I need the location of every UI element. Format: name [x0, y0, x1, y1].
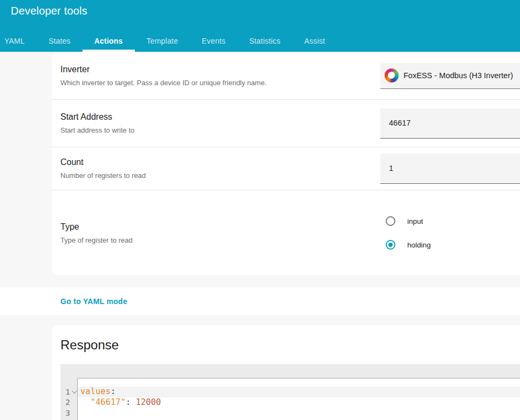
form-actions-bar: Go to YAML mode [0, 287, 520, 315]
tab-statistics[interactable]: Statistics [237, 30, 292, 52]
tab-bar: YAML States Actions Template Events Stat… [0, 30, 337, 52]
gutter-line-1: 1 [60, 387, 77, 397]
radio-option-input[interactable]: input [386, 216, 431, 226]
go-to-yaml-mode-button[interactable]: Go to YAML mode [60, 297, 127, 306]
app-header: Developer tools YAML States Actions Temp… [0, 0, 520, 52]
radio-label-input: input [407, 217, 423, 225]
count-input[interactable] [380, 154, 520, 184]
field-input-area-start-address [380, 100, 520, 147]
foxess-brand-icon [385, 68, 399, 82]
field-input-area-count [380, 147, 520, 190]
tab-states[interactable]: States [37, 30, 83, 52]
page-title: Developer tools [11, 4, 87, 17]
field-row-type: Type Type of register to read input hold… [52, 190, 520, 276]
radio-option-holding[interactable]: holding [386, 240, 431, 250]
inverter-device-picker[interactable]: FoxESS - Modbus (H3 Inverter) [380, 63, 520, 89]
yaml-indent [80, 397, 91, 407]
field-row-start-address: Start Address Start address to write to [52, 99, 520, 147]
register-type-radio-group: input holding [380, 216, 431, 250]
line-number-3: 3 [60, 409, 70, 417]
field-description-type: Type of register to read [60, 236, 345, 245]
tab-events[interactable]: Events [190, 30, 237, 52]
field-text-start-address: Start Address Start address to write to [52, 112, 354, 135]
radio-selected-icon[interactable] [386, 240, 395, 250]
field-description-inverter: Which inverter to target. Pass a device … [60, 79, 345, 87]
start-address-input[interactable] [380, 108, 520, 139]
field-label-start-address: Start Address [60, 112, 345, 122]
field-description-start-address: Start address to write to [60, 126, 345, 135]
action-form-card: Inverter Which inverter to target. Pass … [52, 52, 520, 276]
editor-code-area[interactable]: values: "46617": 12000 [77, 378, 520, 420]
yaml-key: "46617" [91, 397, 126, 407]
field-label-type: Type [60, 222, 345, 232]
yaml-number: 12000 [136, 397, 161, 407]
field-text-type: Type Type of register to read [52, 222, 354, 245]
gutter-line-3: 3 [60, 408, 77, 418]
radio-label-holding: holding [407, 241, 431, 249]
fold-toggle[interactable] [70, 390, 77, 394]
yaml-response-editor: 1 2 3 values: "46617": 12000 [60, 378, 520, 420]
field-row-inverter: Inverter Which inverter to target. Pass … [52, 52, 520, 99]
field-text-count: Count Number of registers to read [52, 157, 354, 180]
gutter-line-2: 2 [60, 397, 77, 408]
tab-yaml[interactable]: YAML [0, 30, 37, 52]
code-line-3 [78, 408, 520, 418]
yaml-space [131, 397, 135, 407]
chevron-down-icon [72, 388, 77, 394]
yaml-response-editor-container: 1 2 3 values: "46617": 12000 [60, 364, 520, 420]
yaml-colon: : [126, 397, 131, 407]
field-label-count: Count [60, 157, 345, 168]
radio-unselected-icon[interactable] [386, 216, 395, 226]
tab-assist[interactable]: Assist [292, 30, 337, 52]
yaml-key: values [80, 387, 111, 396]
field-text-inverter: Inverter Which inverter to target. Pass … [52, 64, 354, 87]
response-title: Response [60, 337, 520, 353]
field-row-count: Count Number of registers to read [52, 147, 520, 190]
tab-template[interactable]: Template [135, 30, 190, 52]
yaml-colon: : [111, 387, 115, 396]
field-input-area-type: input holding [380, 190, 520, 276]
inverter-picker-value: FoxESS - Modbus (H3 Inverter) [403, 71, 513, 80]
code-line-2: "46617": 12000 [78, 397, 520, 408]
response-card: Response 1 2 3 values: "46617": 120 [52, 325, 520, 420]
code-line-1: values: [78, 387, 520, 397]
field-input-area-inverter: FoxESS - Modbus (H3 Inverter) [380, 52, 520, 99]
line-number-1: 1 [60, 388, 70, 396]
tab-actions[interactable]: Actions [83, 30, 135, 52]
editor-gutter: 1 2 3 [60, 378, 77, 420]
field-description-count: Number of registers to read [60, 171, 345, 180]
field-label-inverter: Inverter [60, 64, 345, 75]
line-number-2: 2 [60, 398, 70, 407]
